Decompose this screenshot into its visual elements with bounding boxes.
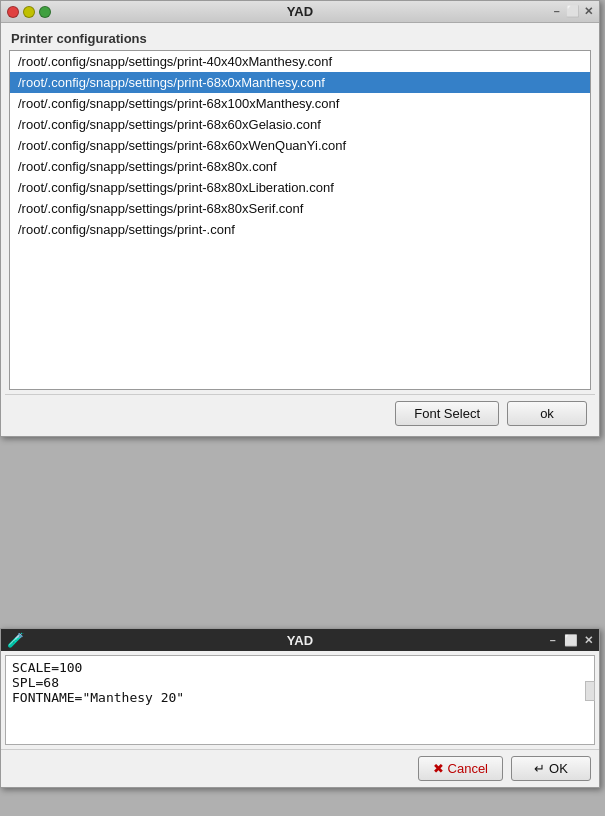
bottom-content: SCALE=100 SPL=68 FONTNAME="Manthesy 20" xyxy=(1,655,599,745)
list-item[interactable]: /root/.config/snapp/settings/print-68x80… xyxy=(10,198,590,219)
cancel-label: Cancel xyxy=(448,761,488,776)
list-item[interactable]: /root/.config/snapp/settings/print-68x0x… xyxy=(10,72,590,93)
bottom-window: 🧪 YAD － ⬜ ✕ SCALE=100 SPL=68 FONTNAME="M… xyxy=(0,628,600,788)
top-win-controls xyxy=(7,6,51,18)
top-window-content: Printer configurations /root/.config/sna… xyxy=(1,23,599,436)
close-button[interactable] xyxy=(7,6,19,18)
bottom-ok-button[interactable]: ↵ OK xyxy=(511,756,591,781)
bottom-titlebar: 🧪 YAD － ⬜ ✕ xyxy=(1,629,599,651)
list-item[interactable]: /root/.config/snapp/settings/print-68x80… xyxy=(10,156,590,177)
top-window-title: YAD xyxy=(287,4,313,19)
ok-button[interactable]: ok xyxy=(507,401,587,426)
list-item[interactable]: /root/.config/snapp/settings/print-.conf xyxy=(10,219,590,240)
list-item[interactable]: /root/.config/snapp/settings/print-68x60… xyxy=(10,135,590,156)
scrollbar[interactable] xyxy=(585,681,595,701)
ok-label: OK xyxy=(549,761,568,776)
text-display: SCALE=100 SPL=68 FONTNAME="Manthesy 20" xyxy=(5,655,595,745)
section-header: Printer configurations xyxy=(5,27,595,50)
bottom-win-right-controls: － ⬜ ✕ xyxy=(547,633,593,648)
top-window: YAD － ⬜ ✕ Printer configurations /root/.… xyxy=(0,0,600,437)
bottom-button-bar: ✖ Cancel ↵ OK xyxy=(1,749,599,787)
list-item[interactable]: /root/.config/snapp/settings/print-68x60… xyxy=(10,114,590,135)
cancel-button[interactable]: ✖ Cancel xyxy=(418,756,503,781)
top-titlebar: YAD － ⬜ ✕ xyxy=(1,1,599,23)
top-button-bar: Font Select ok xyxy=(5,394,595,432)
font-select-button[interactable]: Font Select xyxy=(395,401,499,426)
minimize-button[interactable] xyxy=(23,6,35,18)
bottom-win-controls: 🧪 xyxy=(7,632,24,648)
list-item[interactable]: /root/.config/snapp/settings/print-40x40… xyxy=(10,51,590,72)
list-item[interactable]: /root/.config/snapp/settings/print-68x10… xyxy=(10,93,590,114)
list-item[interactable]: /root/.config/snapp/settings/print-68x80… xyxy=(10,177,590,198)
bottom-window-title: YAD xyxy=(287,633,313,648)
flask-icon: 🧪 xyxy=(7,632,24,648)
top-win-right-controls: － ⬜ ✕ xyxy=(551,4,593,19)
ok-icon: ↵ xyxy=(534,761,545,776)
printer-list[interactable]: /root/.config/snapp/settings/print-40x40… xyxy=(9,50,591,390)
cancel-icon: ✖ xyxy=(433,761,444,776)
maximize-button[interactable] xyxy=(39,6,51,18)
